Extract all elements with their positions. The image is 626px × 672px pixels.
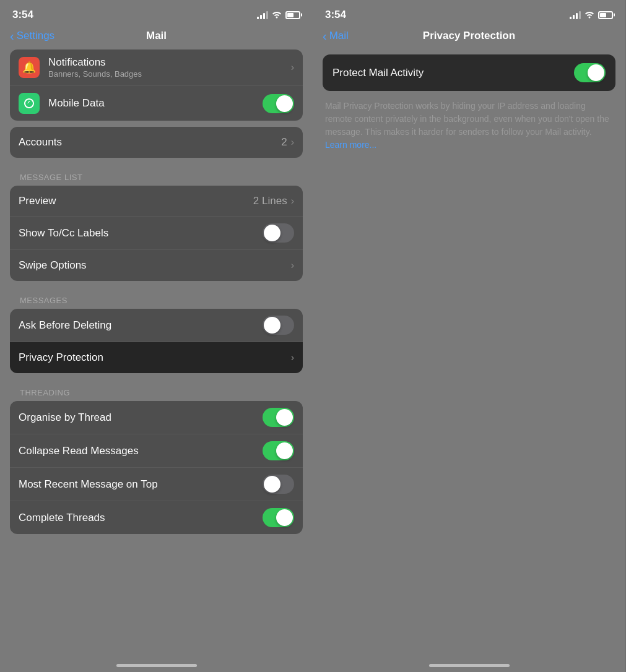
show-tocc-toggle[interactable] [263, 223, 294, 243]
message-list-header: MESSAGE LIST [10, 164, 303, 186]
left-status-time: 3:54 [12, 9, 33, 21]
messages-header: MESSAGES [10, 287, 303, 309]
wifi-icon [272, 10, 282, 20]
right-back-label: Mail [329, 30, 349, 42]
mobile-data-row[interactable]: Mobile Data [10, 86, 303, 121]
accounts-chevron-icon: › [291, 137, 294, 148]
organise-by-thread-label: Organise by Thread [19, 411, 263, 424]
back-chevron-icon: ‹ [10, 30, 14, 42]
right-status-icons [570, 10, 613, 20]
privacy-protection-chevron-icon: › [291, 352, 294, 363]
right-battery-icon [598, 11, 613, 19]
right-status-time: 3:54 [325, 9, 346, 21]
organise-by-thread-toggle[interactable] [263, 408, 294, 427]
right-back-button[interactable]: ‹ Mail [323, 30, 349, 42]
protect-mail-label: Protect Mail Activity [333, 67, 574, 79]
mobile-data-label: Mobile Data [48, 97, 263, 110]
organise-by-thread-row[interactable]: Organise by Thread [10, 401, 303, 434]
right-panel: 3:54 ‹ Mail Privacy Protection [313, 0, 625, 672]
notifications-sublabel: Banners, Sounds, Badges [48, 69, 291, 79]
left-scroll-indicator [116, 664, 197, 667]
show-tocc-row[interactable]: Show To/Cc Labels [10, 217, 303, 250]
left-status-bar: 3:54 [0, 0, 313, 27]
left-settings-content: 🔔 Notifications Banners, Sounds, Badges … [0, 50, 313, 534]
accounts-group: Accounts 2 › [10, 127, 303, 158]
ask-before-deleting-toggle[interactable] [263, 316, 294, 335]
right-nav-title: Privacy Protection [423, 30, 515, 42]
complete-threads-row[interactable]: Complete Threads [10, 501, 303, 534]
left-back-label: Settings [17, 30, 54, 42]
ask-before-deleting-row[interactable]: Ask Before Deleting [10, 309, 303, 342]
notifications-label: Notifications [48, 56, 291, 69]
right-back-chevron-icon: ‹ [323, 30, 327, 42]
battery-icon [285, 11, 300, 19]
notifications-icon: 🔔 [19, 57, 40, 78]
left-nav-bar: ‹ Settings Mail [0, 27, 313, 50]
mobile-data-toggle[interactable] [263, 94, 294, 113]
collapse-read-row[interactable]: Collapse Read Messages [10, 434, 303, 468]
messages-group: Ask Before Deleting Privacy Protection › [10, 309, 303, 373]
right-scroll-indicator [429, 664, 510, 667]
right-status-bar: 3:54 [313, 0, 625, 27]
left-nav-title: Mail [146, 30, 167, 42]
collapse-read-label: Collapse Read Messages [19, 445, 263, 457]
privacy-description: Mail Privacy Protection works by hiding … [323, 100, 615, 152]
accounts-label: Accounts [19, 136, 281, 149]
preview-value: 2 Lines [253, 195, 287, 207]
ask-before-deleting-label: Ask Before Deleting [19, 319, 263, 332]
accounts-value: 2 [281, 136, 287, 149]
preview-chevron-icon: › [291, 196, 294, 207]
right-signal-icon [570, 11, 581, 19]
left-back-button[interactable]: ‹ Settings [10, 30, 54, 42]
accounts-row[interactable]: Accounts 2 › [10, 127, 303, 158]
signal-icon [257, 11, 268, 19]
right-nav-bar: ‹ Mail Privacy Protection [313, 27, 625, 50]
most-recent-row[interactable]: Most Recent Message on Top [10, 468, 303, 501]
privacy-protection-row[interactable]: Privacy Protection › [10, 342, 303, 373]
message-list-group: Preview 2 Lines › Show To/Cc Labels Swip… [10, 186, 303, 281]
privacy-protection-content: Protect Mail Activity Mail Privacy Prote… [313, 54, 625, 152]
learn-more-link[interactable]: Learn more... [325, 140, 376, 150]
notifications-row[interactable]: 🔔 Notifications Banners, Sounds, Badges … [10, 50, 303, 86]
swipe-options-label: Swipe Options [19, 259, 291, 272]
right-wifi-icon [585, 10, 594, 20]
most-recent-label: Most Recent Message on Top [19, 478, 263, 491]
swipe-options-row[interactable]: Swipe Options › [10, 250, 303, 281]
protect-mail-card: Protect Mail Activity [323, 54, 615, 91]
threading-group: Organise by Thread Collapse Read Message… [10, 401, 303, 534]
preview-label: Preview [19, 195, 253, 207]
mobile-data-icon [19, 93, 40, 114]
swipe-options-chevron-icon: › [291, 260, 294, 271]
top-settings-group: 🔔 Notifications Banners, Sounds, Badges … [10, 50, 303, 121]
complete-threads-toggle[interactable] [263, 508, 294, 527]
left-status-icons [257, 10, 300, 20]
privacy-protection-label: Privacy Protection [19, 351, 291, 364]
most-recent-toggle[interactable] [263, 475, 294, 494]
protect-mail-toggle[interactable] [574, 63, 606, 82]
collapse-read-toggle[interactable] [263, 441, 294, 460]
privacy-description-text: Mail Privacy Protection works by hiding … [325, 101, 609, 137]
notifications-chevron-icon: › [291, 62, 294, 73]
left-panel: 3:54 ‹ Settings Mail [0, 0, 313, 672]
threading-header: THREADING [10, 379, 303, 401]
complete-threads-label: Complete Threads [19, 512, 263, 524]
preview-row[interactable]: Preview 2 Lines › [10, 186, 303, 217]
show-tocc-label: Show To/Cc Labels [19, 227, 263, 239]
